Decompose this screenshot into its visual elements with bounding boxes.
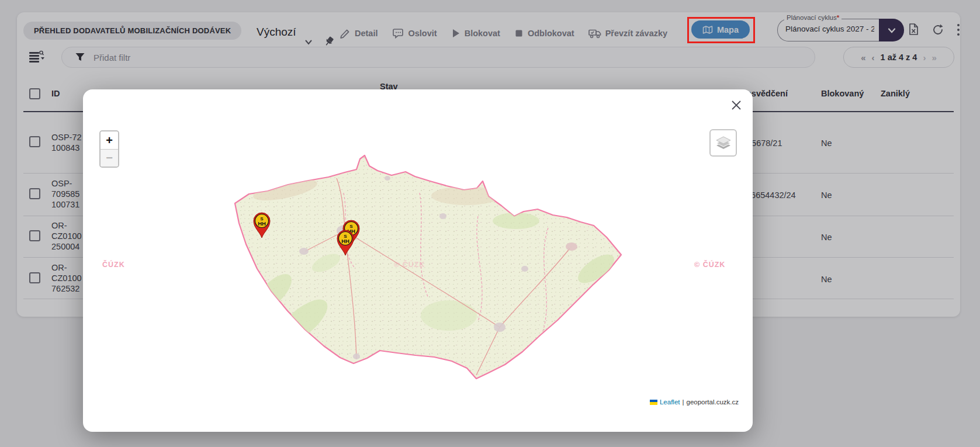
zoom-out-button[interactable]: − [101,149,118,167]
leaflet-link[interactable]: Leaflet [660,399,680,406]
cuzk-watermark: © ČÚZK [394,261,425,269]
svg-text:HH: HH [341,238,349,244]
ukraine-flag-icon [650,400,657,405]
map-marker-pin[interactable]: S HH [335,229,356,256]
cuzk-watermark: ČÚZK [102,261,125,269]
map-marker-pin[interactable]: S HH [251,212,272,238]
layers-icon [715,135,732,151]
layers-control[interactable] [709,129,737,157]
map-attribution: Leaflet | geoportal.cuzk.cz [646,397,742,407]
zoom-in-button[interactable]: + [101,131,118,149]
map-modal: + − ČÚZK © ČÚZK © ČÚZK S HH S HH [83,89,753,432]
attribution-provider: geoportal.cuzk.cz [687,399,739,406]
close-icon [730,99,743,112]
attribution-separator: | [683,399,684,406]
cuzk-watermark: © ČÚZK [694,261,725,269]
close-button[interactable] [728,98,744,114]
annotation-highlight-rectangle [687,17,755,43]
svg-text:HH: HH [258,220,266,227]
zoom-control: + − [99,130,119,168]
leaflet-map[interactable]: + − ČÚZK © ČÚZK © ČÚZK S HH S HH [92,123,743,409]
